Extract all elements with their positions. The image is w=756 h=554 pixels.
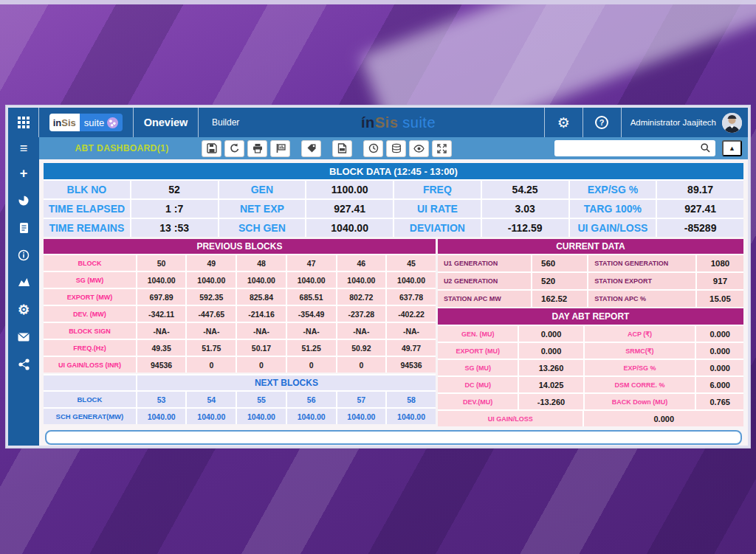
day-abt-cell: 0.765 [696,394,743,409]
user-menu[interactable]: Administrator Jaajitech [621,108,748,137]
sidebar-item-trends[interactable] [8,269,39,296]
pdf-file-icon [337,143,347,153]
previous-blocks-cell: 1040.00 [387,272,436,288]
next-blocks-cell: 58 [387,392,436,407]
previous-blocks-cell: -NA- [387,323,436,339]
main-column: ABT DASHBOARD(1) [39,137,748,446]
brand-logo[interactable]: inSis suite [39,108,134,137]
current-data-cell: U1 GENERATION [438,255,531,271]
sidebar-item-menu[interactable]: ≡ [8,137,39,159]
previous-blocks-cell: -402.22 [387,306,436,322]
block-data-cell: 1 :7 [131,200,218,218]
sidebar-item-info[interactable] [8,241,39,269]
block-data-cell: 13 :53 [131,219,218,237]
day-abt-header: DAY ABT REPORT [438,308,743,325]
avatar [722,113,742,133]
previous-blocks-cell: BLOCK [44,255,136,271]
gear-icon: ⚙ [18,303,30,316]
previous-blocks-cell: 1040.00 [237,272,286,288]
save-button[interactable] [202,140,221,157]
layers-button[interactable] [386,140,406,157]
tag-button[interactable] [301,140,321,157]
app-launcher-button[interactable] [8,108,39,137]
day-abt-footer: UI GAIN/LOSS 0.000 [438,411,743,426]
refresh-button[interactable] [224,140,244,157]
help-button[interactable]: ? [583,108,621,137]
fullscreen-button[interactable] [432,140,452,157]
preview-button[interactable] [409,140,429,157]
sidebar-item-dashboards[interactable] [8,187,39,214]
previous-blocks-cell: -237.28 [337,306,386,322]
bottom-empty-panel [45,430,742,445]
sidebar-item-reports[interactable] [8,214,39,241]
ui-gain-loss-value: 0.000 [584,411,743,426]
previous-blocks-cell: 0 [287,357,336,373]
clock-icon [368,143,379,153]
previous-blocks-cell: 1040.00 [337,272,386,288]
previous-blocks-cell: SG (MW) [44,272,136,288]
day-abt-cell: EXP/SG % [585,360,695,375]
block-data-cell: DEVIATION [394,219,481,237]
tab-builder[interactable]: Builder [199,108,252,137]
previous-blocks-cell: 94536 [137,357,186,373]
navbar: inSis suite Oneview Builder ínSissuite ⚙… [8,108,748,137]
previous-blocks-cell: FREQ.(Hz) [44,340,136,356]
dashboard-title: ABT DASHBOARD(1) [45,143,199,153]
next-blocks-cell: 1040.00 [237,409,286,424]
current-data-cell: 520 [532,273,587,289]
previous-blocks-cell: 685.51 [287,289,336,305]
block-data-header: BLOCK DATA (12:45 - 13:00) [44,163,743,179]
collapse-button[interactable]: ▲ [722,140,742,156]
day-abt-cell: BACK Down (MU) [585,394,695,409]
day-abt-table: GEN. (MU)0.000ACP (₹)0.000EXPORT (MU)0.0… [438,325,743,409]
document-icon [19,222,29,234]
current-data-cell: 560 [532,255,587,271]
day-abt-cell: DEV.(MU) [438,394,518,409]
sidebar-item-messages[interactable] [8,323,39,350]
sidebar: ≡ + ⚙ [8,137,39,446]
previous-blocks-header: PREVIOUS BLOCKS [44,239,436,254]
sidebar-item-settings[interactable]: ⚙ [8,296,39,323]
day-abt-cell: 14.025 [519,377,583,392]
previous-blocks-cell: 697.89 [137,289,186,305]
plus-icon: + [20,167,28,180]
previous-blocks-cell: -NA- [237,323,286,339]
next-blocks-cell: BLOCK [44,392,136,407]
next-blocks-cell: 1040.00 [387,409,436,424]
report-button[interactable] [270,140,290,157]
current-data-cell: 15.05 [697,291,743,307]
search-icon [701,143,710,153]
sidebar-item-add[interactable]: + [8,159,39,187]
block-data-cell: 1100.00 [306,181,393,198]
current-data-cell: STATION EXPORT [588,273,695,289]
settings-button[interactable]: ⚙ [544,108,583,137]
dashboard-content: BLOCK DATA (12:45 - 13:00) BLK NO52GEN11… [39,159,748,446]
tab-oneview[interactable]: Oneview [134,108,199,137]
tag-icon [306,143,317,153]
previous-blocks-cell: 47 [287,255,336,271]
pdf-export-button[interactable] [332,140,352,157]
hamburger-icon: ≡ [20,142,28,155]
block-data-cell: NET EXP [219,200,306,218]
next-blocks-cell: 54 [187,392,236,407]
current-data-cell: STATION APC % [588,291,695,307]
sidebar-item-share[interactable] [8,350,39,378]
toolbar: ABT DASHBOARD(1) [39,137,748,159]
report-flag-icon [275,143,286,153]
current-data-table: U1 GENERATION560STATION GENERATION1080U2… [438,254,743,307]
next-blocks-cell: 55 [237,392,286,407]
next-blocks-cell: 1040.00 [137,409,186,424]
block-data-cell: 54.25 [482,181,568,198]
search-input[interactable] [554,140,715,156]
next-blocks-panel: NEXT BLOCKS BLOCK535455565758SCH GENERAT… [44,374,436,424]
day-abt-cell: -13.260 [519,394,583,409]
print-button[interactable] [247,140,267,157]
history-button[interactable] [363,140,383,157]
previous-blocks-cell: -342.11 [137,306,186,322]
block-data-cell: FREQ [394,181,481,198]
help-icon: ? [595,116,608,129]
day-abt-panel: DAY ABT REPORT GEN. (MU)0.000ACP (₹)0.00… [438,308,743,426]
block-data-cell: SCH GEN [219,219,306,237]
window-body: ≡ + ⚙ [8,137,748,446]
block-data-cell: 89.17 [657,181,743,198]
